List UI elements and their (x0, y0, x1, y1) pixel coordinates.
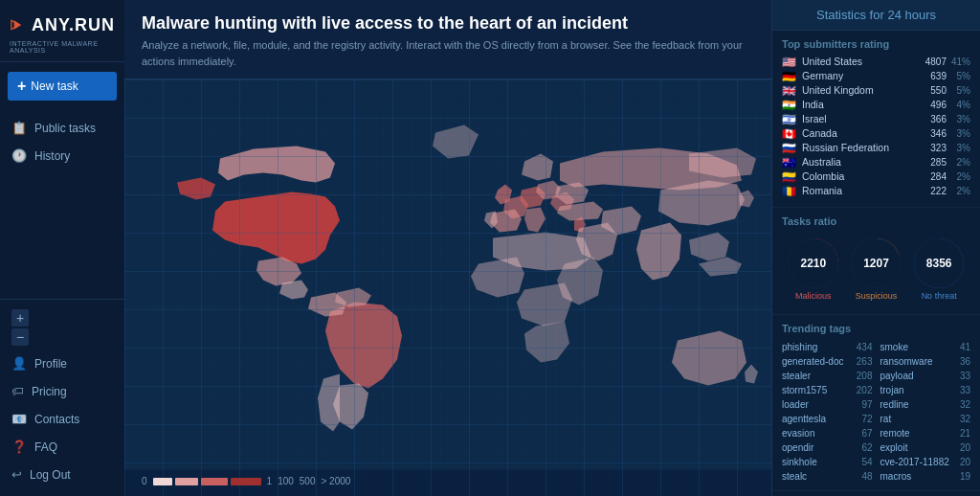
country-count: 550 (918, 85, 947, 96)
tag-count: 41 (960, 342, 970, 352)
tasks-ratio-container: 2210 Malicious 1207 Suspicious 8356 (782, 233, 970, 306)
plus-icon: + (17, 78, 26, 95)
tag-count: 208 (857, 371, 873, 381)
flag-icon: 🇨🇦 (782, 128, 797, 139)
tag-count: 202 (857, 385, 873, 395)
flag-icon: 🇬🇧 (782, 85, 797, 96)
tag-count: 19 (960, 471, 970, 482)
sidebar-item-history[interactable]: 🕐 History (0, 142, 124, 169)
country-pct: 3% (951, 128, 970, 139)
country-name: United States (802, 56, 913, 67)
sidebar-item-contacts[interactable]: 📧 Contacts (0, 405, 124, 433)
tag-row: ransomware36 (880, 354, 971, 368)
logo-top: ANY.RUN (10, 11, 115, 38)
legend-five-hundred: 500 (300, 476, 316, 486)
country-pct: 4% (951, 100, 970, 110)
nothreat-circle: 8356 No threat (914, 238, 964, 301)
submitters-section: Top submitters rating 🇺🇸 United States 4… (772, 31, 980, 208)
tag-name: smoke (880, 342, 960, 352)
country-pct: 5% (951, 85, 970, 96)
nothreat-label: No threat (922, 291, 957, 301)
suspicious-inner: 1207 (858, 246, 893, 281)
sidebar-item-logout[interactable]: ↩ Log Out (0, 461, 124, 488)
sidebar-item-label: Contacts (34, 413, 79, 426)
country-name: United Kingdom (802, 84, 913, 96)
tag-name: rat (880, 414, 960, 424)
zoom-out-button[interactable]: − (11, 328, 29, 346)
submitter-row: 🇨🇴 Colombia 284 2% (782, 170, 970, 182)
tag-row: payload33 (880, 369, 971, 382)
trending-tags-section: Trending tags phishing434smoke41generate… (772, 315, 980, 491)
tag-row: smoke41 (880, 340, 971, 353)
tag-count: 33 (960, 371, 970, 381)
new-task-button[interactable]: + New task (8, 72, 117, 101)
submitters-title: Top submitters rating (782, 38, 970, 50)
zoom-in-button[interactable]: + (11, 309, 29, 327)
tag-name: cve-2017-11882 (880, 457, 960, 467)
tag-count: 32 (960, 414, 970, 424)
tag-name: remote (880, 428, 960, 439)
tag-name: generated-doc (782, 356, 857, 367)
tag-count: 36 (960, 356, 970, 367)
main-content: Malware hunting with live access to the … (124, 0, 771, 496)
page-title: Malware hunting with live access to the … (142, 13, 754, 34)
sidebar-item-label: Log Out (30, 468, 71, 482)
sidebar-item-pricing[interactable]: 🏷 Pricing (0, 377, 124, 405)
flag-icon: 🇨🇴 (782, 171, 797, 182)
tag-count: 434 (857, 342, 873, 352)
tag-count: 72 (861, 414, 872, 424)
tasks-ratio-section: Tasks ratio 2210 Malicious 1207 Suspicio… (772, 208, 980, 315)
nav-bottom: + − 👤 Profile 🏷 Pricing 📧 Contacts ❓ FAQ… (0, 299, 124, 496)
country-name: Australia (802, 156, 913, 168)
nothreat-donut: 8356 (914, 238, 964, 288)
tag-count: 54 (861, 457, 872, 467)
legend-segment-3 (201, 478, 228, 485)
stats-header: Statistics for 24 hours (772, 0, 980, 31)
tag-row: evasion67 (782, 426, 873, 440)
suspicious-label: Suspicious (856, 291, 898, 301)
country-name: Israel (802, 113, 913, 124)
tag-row: redline32 (880, 397, 971, 411)
sidebar-item-label: History (34, 149, 70, 163)
tag-name: stealc (782, 471, 861, 482)
flag-icon: 🇷🇺 (782, 143, 797, 153)
tag-row: cve-2017-1188220 (880, 455, 971, 468)
malicious-circle: 2210 Malicious (789, 238, 838, 301)
sidebar-item-profile[interactable]: 👤 Profile (0, 349, 124, 377)
tag-row: loader97 (782, 397, 873, 411)
country-count: 4807 (918, 56, 947, 67)
tag-count: 62 (861, 442, 872, 453)
sidebar-item-label: FAQ (34, 440, 57, 454)
tag-row: generated-doc263 (782, 354, 873, 368)
tag-row: stealc48 (782, 469, 873, 483)
history-icon: 🕐 (11, 148, 27, 163)
tag-name: exploit (880, 442, 960, 453)
sidebar: ANY.RUN INTERACTIVE MALWARE ANALYSIS + N… (0, 0, 124, 496)
submitter-row: 🇩🇪 Germany 639 5% (782, 70, 970, 81)
sidebar-item-label: Profile (34, 357, 67, 371)
country-count: 222 (918, 186, 947, 196)
world-map-container: 0 1 100 500 > 2000 (124, 79, 771, 496)
pricing-icon: 🏷 (11, 384, 24, 398)
tag-row: agenttesla72 (782, 412, 873, 425)
tag-name: loader (782, 399, 861, 410)
tag-name: phishing (782, 342, 857, 352)
sidebar-item-faq[interactable]: ❓ FAQ (0, 433, 124, 461)
tag-row: sinkhole54 (782, 455, 873, 468)
tag-row: stealer208 (782, 369, 873, 382)
country-count: 323 (918, 143, 947, 153)
legend-segment-4 (231, 478, 261, 485)
tag-row: exploit20 (880, 440, 971, 454)
sidebar-item-public-tasks[interactable]: 📋 Public tasks (0, 114, 124, 142)
flag-icon: 🇺🇸 (782, 56, 797, 67)
tag-row: phishing434 (782, 340, 873, 353)
tag-count: 67 (861, 428, 872, 439)
tag-name: agenttesla (782, 414, 861, 424)
logo-area: ANY.RUN INTERACTIVE MALWARE ANALYSIS (0, 0, 124, 62)
country-pct: 5% (951, 71, 970, 81)
country-name: India (802, 99, 913, 110)
tag-count: 20 (960, 442, 970, 453)
tag-name: storm1575 (782, 385, 857, 395)
malicious-count: 2210 (800, 258, 826, 269)
flag-icon: 🇷🇴 (782, 186, 797, 196)
